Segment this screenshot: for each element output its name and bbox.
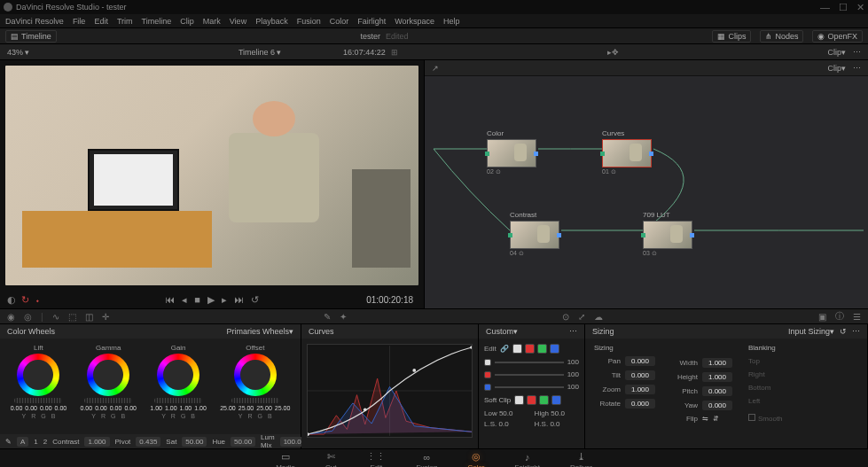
pan-value[interactable]: 0.000 [625,356,655,366]
viewer-zoom[interactable]: 43% [7,48,23,57]
window-min-button[interactable]: — [820,2,830,13]
hand-icon[interactable]: ✥ [612,48,619,57]
blank-bottom[interactable]: Bottom [748,384,783,392]
timeline-name[interactable]: Timeline 6 [239,48,275,57]
menu-playback[interactable]: Playback [255,17,288,26]
rotate-value[interactable]: 0.000 [625,399,655,409]
clip-dropdown[interactable]: Clip [827,64,841,73]
page-tab-fairlight[interactable]: ♪Fairlight [515,452,540,468]
flip-v-button[interactable]: ⇵ [713,415,719,423]
menu-davinci-resolve[interactable]: DaVinci Resolve [5,17,64,26]
panel-options-icon[interactable]: ⋯ [569,327,577,336]
wheel-val[interactable]: 0.00 [40,405,52,411]
edit-channel-picker[interactable] [512,344,559,354]
height-value[interactable]: 1.000 [702,372,732,382]
master-slider[interactable] [154,398,202,403]
panel-options-icon[interactable]: ⋯ [852,327,860,336]
timeline-panel-toggle[interactable]: ▤ Timeline [5,30,57,43]
page-2-button[interactable]: 2 [43,438,47,446]
picker-tool-icon[interactable]: ✦ [340,312,347,322]
zoom-value[interactable]: 1.000 [625,385,655,394]
master-slider[interactable] [14,398,62,403]
page-tab-media[interactable]: ▭Media [276,451,295,467]
page-tab-cut[interactable]: ✄Cut [325,451,336,467]
reset-icon[interactable]: ↺ [840,327,847,336]
smooth-checkbox[interactable] [748,414,755,421]
scopes-tab-icon[interactable]: ⓘ [835,310,844,323]
yaw-value[interactable]: 0.000 [702,401,732,410]
clip-mode-dropdown[interactable]: Clip [827,48,841,57]
wheel-val[interactable]: 0.00 [124,405,137,411]
sat-value[interactable]: 50.00 [182,437,207,447]
menu-edit[interactable]: Edit [94,17,108,26]
color-wheel-gamma[interactable] [87,354,129,396]
wheel-val[interactable]: 25.00 [275,405,291,411]
menu-mark[interactable]: Mark [203,17,221,26]
high-value[interactable]: 50.0 [551,409,565,417]
wheel-val[interactable]: 0.00 [110,405,122,411]
play-button[interactable]: ▶ [207,294,215,306]
arrow-icon[interactable]: ↗ [432,64,439,73]
blur-tab-icon[interactable]: ☁ [594,312,603,322]
width-value[interactable]: 1.000 [702,358,732,368]
node-contrast[interactable]: Contrast 04 ⊙ [510,211,559,257]
low-value[interactable]: 50.0 [499,409,513,417]
curves-graph[interactable] [307,344,473,438]
ch-val-1[interactable]: 100 [567,370,579,378]
step-fwd-button[interactable]: ▸ [222,294,227,306]
wheel-val[interactable]: 1.00 [194,405,207,411]
ls-value[interactable]: 0.0 [498,420,508,428]
hs-value[interactable]: 0.0 [550,420,559,428]
ch-val-0[interactable]: 100 [567,358,579,366]
master-slider[interactable] [84,398,132,403]
menu-fusion[interactable]: Fusion [297,17,321,26]
menu-workspace[interactable]: Workspace [395,17,434,26]
stop-button[interactable]: ■ [194,294,200,305]
wheel-val[interactable]: 25.00 [220,405,236,411]
node-curves[interactable]: Curves 01 ⊙ [602,129,652,175]
sizing-tab-icon[interactable]: ⤢ [578,312,585,322]
color-wheel-offset[interactable] [234,354,277,396]
menu-timeline[interactable]: Timeline [142,17,172,26]
page-tab-deliver[interactable]: ⤓Deliver [570,451,592,467]
tracker-tab-icon[interactable]: ✛ [102,312,109,322]
eyedropper-icon[interactable]: ✎ [5,438,12,446]
viewer-options-icon[interactable]: ⋯ [853,48,861,57]
color-wheel-lift[interactable] [17,354,59,396]
wheel-val[interactable]: 1.00 [165,405,177,411]
step-back-button[interactable]: ◂ [182,294,187,306]
blank-top[interactable]: Top [748,357,783,365]
wheel-val[interactable]: 25.00 [239,405,254,411]
node-thumbnail[interactable] [602,139,652,167]
page-tab-color[interactable]: ◎Color [467,451,484,467]
node-color[interactable]: Color 02 ⊙ [487,129,536,175]
qualifier-tab-icon[interactable]: ⬚ [68,312,76,322]
menu-fairlight[interactable]: Fairlight [357,17,386,26]
softclip-channel-picker[interactable] [514,395,561,405]
wheel-val[interactable]: 0.00 [25,405,37,411]
window-close-button[interactable]: ✕ [856,2,864,13]
info-tab-icon[interactable]: ☰ [853,312,861,322]
clips-panel-toggle[interactable]: ▦ Clips [712,30,751,43]
first-frame-button[interactable]: ⏮ [165,294,175,305]
curves-tab-icon[interactable]: ∿ [52,312,59,322]
pitch-value[interactable]: 0.000 [702,386,732,396]
wheel-val[interactable]: 0.00 [81,405,93,411]
node-thumbnail[interactable] [510,221,559,249]
flip-h-button[interactable]: ⇋ [702,415,708,423]
sizing-mode-dropdown[interactable]: Input Sizing [788,327,830,336]
tilt-value[interactable]: 0.000 [625,370,655,380]
link-icon[interactable]: 🔗 [500,345,509,353]
node-thumbnail[interactable] [643,221,692,249]
keyframe-tab-icon[interactable]: ▣ [818,312,826,322]
record-timecode[interactable]: 16:07:44:22 [343,48,386,57]
page-1-button[interactable]: 1 [34,438,37,446]
pivot-value[interactable]: 0.435 [136,437,160,447]
wheels-tab-icon[interactable]: ◉ [7,312,15,322]
window-max-button[interactable]: ☐ [839,2,848,13]
curves-tool-icon[interactable]: ✎ [324,312,331,322]
menu-help[interactable]: Help [443,17,460,26]
window-tab-icon[interactable]: ◫ [85,312,93,322]
contrast-value[interactable]: 1.000 [84,437,109,447]
key-tab-icon[interactable]: ⊙ [562,312,569,322]
